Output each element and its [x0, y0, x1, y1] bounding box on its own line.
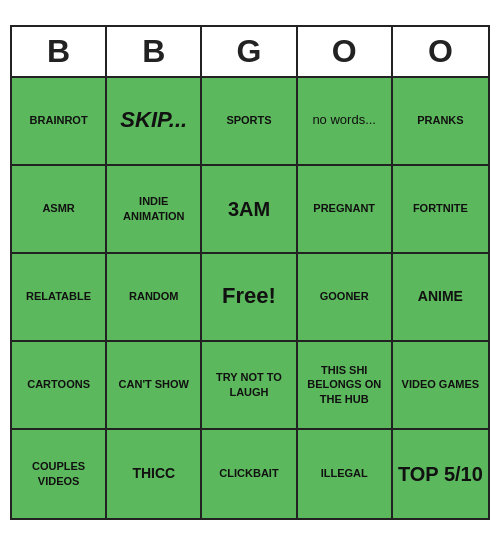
bingo-cell-7[interactable]: 3AM	[202, 166, 297, 254]
bingo-cell-22[interactable]: CLICKBAIT	[202, 430, 297, 518]
header-letter-B1: B	[107, 27, 202, 76]
bingo-cell-9[interactable]: FORTNITE	[393, 166, 488, 254]
header-letter-B0: B	[12, 27, 107, 76]
bingo-cell-14[interactable]: ANIME	[393, 254, 488, 342]
bingo-cell-13[interactable]: GOONER	[298, 254, 393, 342]
bingo-cell-23[interactable]: ILLEGAL	[298, 430, 393, 518]
header-letter-O4: O	[393, 27, 488, 76]
bingo-cell-10[interactable]: RELATABLE	[12, 254, 107, 342]
bingo-cell-0[interactable]: BRAINROT	[12, 78, 107, 166]
bingo-cell-4[interactable]: PRANKS	[393, 78, 488, 166]
bingo-card: BBGOO BRAINROTskip...SPORTSno words...PR…	[10, 25, 490, 520]
header-letter-O3: O	[298, 27, 393, 76]
bingo-cell-5[interactable]: ASMR	[12, 166, 107, 254]
bingo-cell-15[interactable]: CARTOONS	[12, 342, 107, 430]
bingo-cell-21[interactable]: THICC	[107, 430, 202, 518]
bingo-cell-1[interactable]: skip...	[107, 78, 202, 166]
bingo-cell-11[interactable]: RANDOM	[107, 254, 202, 342]
bingo-grid: BRAINROTskip...SPORTSno words...PRANKSAS…	[12, 78, 488, 518]
bingo-cell-24[interactable]: TOP 5/10	[393, 430, 488, 518]
bingo-cell-2[interactable]: SPORTS	[202, 78, 297, 166]
bingo-cell-12[interactable]: Free!	[202, 254, 297, 342]
bingo-cell-17[interactable]: TRY NOT TO LAUGH	[202, 342, 297, 430]
bingo-cell-6[interactable]: INDIE ANIMATION	[107, 166, 202, 254]
bingo-cell-18[interactable]: THIS SHI BELONGS ON THE HUB	[298, 342, 393, 430]
bingo-header: BBGOO	[12, 27, 488, 78]
bingo-cell-8[interactable]: PREGNANT	[298, 166, 393, 254]
bingo-cell-20[interactable]: COUPLES VIDEOS	[12, 430, 107, 518]
bingo-cell-19[interactable]: VIDEO GAMES	[393, 342, 488, 430]
bingo-cell-16[interactable]: CAN'T SHOW	[107, 342, 202, 430]
bingo-cell-3[interactable]: no words...	[298, 78, 393, 166]
header-letter-G2: G	[202, 27, 297, 76]
